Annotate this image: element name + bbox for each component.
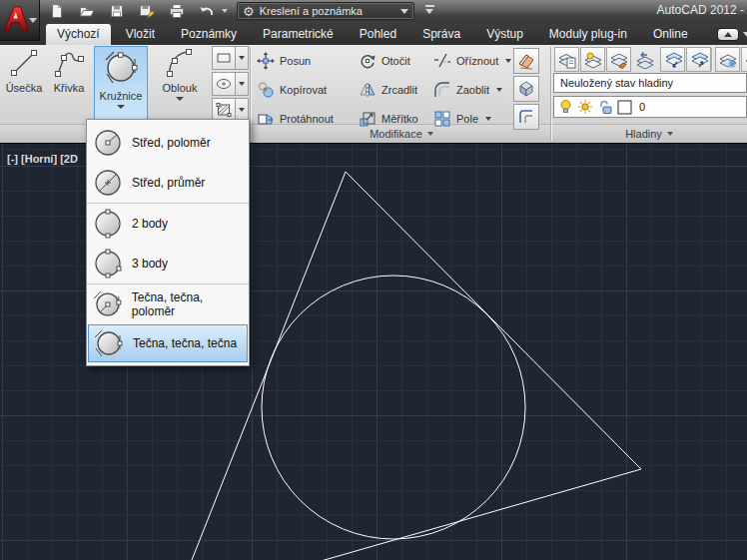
triangle-right-side bbox=[346, 172, 641, 469]
ellipse-button[interactable] bbox=[212, 72, 249, 96]
layer-properties-button[interactable] bbox=[554, 47, 579, 72]
customize-caret-icon bbox=[425, 9, 433, 14]
quick-access-toolbar bbox=[46, 1, 268, 21]
workspace-caret-icon bbox=[400, 9, 408, 14]
save-button[interactable] bbox=[106, 1, 128, 21]
rotate-icon bbox=[359, 52, 376, 70]
array-dropdown-caret[interactable] bbox=[485, 117, 491, 121]
menu-item-tan-tan-radius[interactable]: Tečna, tečna, poloměr bbox=[87, 284, 249, 324]
rotate-button[interactable]: Otočit bbox=[359, 49, 410, 73]
application-menu-button[interactable] bbox=[0, 0, 40, 41]
explode-button[interactable] bbox=[513, 76, 539, 102]
layer-off-button[interactable] bbox=[741, 47, 747, 72]
trim-button[interactable]: Oříznout bbox=[433, 49, 511, 73]
customize-qat-button[interactable] bbox=[423, 5, 435, 17]
layer-isolate-button[interactable] bbox=[660, 47, 685, 72]
ribbon-minimize-control[interactable] bbox=[717, 28, 747, 41]
fillet-dropdown-caret[interactable] bbox=[496, 88, 502, 92]
copy-button[interactable]: Kopírovat bbox=[257, 78, 327, 102]
move-button[interactable]: Posun bbox=[257, 49, 311, 73]
line-button[interactable]: Úsečka bbox=[2, 46, 46, 94]
polyline-label: Křivka bbox=[54, 82, 85, 94]
undo-arrow-icon bbox=[199, 3, 215, 19]
current-layer-name: 0 bbox=[639, 101, 645, 113]
save-as-button[interactable] bbox=[136, 1, 158, 21]
polyline-button[interactable]: Křivka bbox=[47, 46, 91, 94]
trim-dropdown-caret[interactable] bbox=[505, 59, 511, 63]
layer-state-combobox[interactable]: Neuložený stav hladiny bbox=[553, 73, 747, 93]
layer-states-button[interactable] bbox=[580, 47, 605, 72]
polyline-icon bbox=[52, 46, 86, 80]
layer-isolate-icon bbox=[663, 50, 683, 70]
layer-thaw-sun-icon[interactable] bbox=[577, 99, 593, 115]
layer-unlock-icon[interactable] bbox=[597, 99, 613, 115]
layer-color-swatch[interactable] bbox=[617, 100, 632, 115]
move-label: Posun bbox=[280, 55, 311, 67]
menu-item-2-points[interactable]: 2 body bbox=[87, 204, 249, 244]
erase-button[interactable] bbox=[513, 48, 539, 74]
explode-icon bbox=[516, 79, 536, 99]
circle-button[interactable]: Kružnice bbox=[94, 46, 148, 120]
line-icon bbox=[7, 46, 41, 80]
tab-poznamky[interactable]: Poznámky bbox=[170, 24, 248, 45]
fillet-button[interactable]: Zaoblit bbox=[433, 78, 502, 102]
copy-icon bbox=[257, 81, 275, 99]
tab-pohled[interactable]: Pohled bbox=[349, 24, 407, 45]
inscribed-circle bbox=[262, 276, 525, 539]
ellipse-icon bbox=[216, 76, 232, 92]
modify-panel-label[interactable]: Modifikace bbox=[252, 126, 551, 142]
ellipse-dropdown[interactable] bbox=[236, 72, 249, 96]
tab-sprava[interactable]: Správa bbox=[411, 24, 471, 45]
layer-previous-button[interactable] bbox=[632, 47, 657, 72]
window-title: AutoCAD 2012 - bbox=[657, 3, 744, 17]
title-bar: ⚙ Kreslení a poznámka AutoCAD 2012 - bbox=[0, 0, 747, 22]
menu-item-3-points[interactable]: 3 body bbox=[87, 244, 249, 283]
rectangle-dropdown[interactable] bbox=[236, 46, 249, 70]
rotate-label: Otočit bbox=[381, 55, 410, 67]
printer-icon bbox=[169, 3, 185, 19]
layer-unisolate-icon bbox=[689, 50, 709, 70]
plot-button[interactable] bbox=[166, 1, 188, 21]
draw-mini-column bbox=[212, 46, 249, 122]
autocad-logo-icon bbox=[2, 5, 30, 33]
trim-icon bbox=[433, 52, 451, 70]
layers-panel-label[interactable]: Hladiny bbox=[551, 126, 747, 142]
layer-combobox[interactable]: 0 bbox=[553, 96, 747, 118]
viewport-controls[interactable]: [-] [Horní] [2D bbox=[7, 153, 78, 165]
ribbon-minimize-caret bbox=[743, 32, 747, 37]
tab-moduly-plugin[interactable]: Moduly plug-in bbox=[538, 24, 638, 45]
make-layer-current-icon bbox=[609, 50, 629, 70]
center-radius-icon bbox=[92, 127, 124, 159]
menu-item-center-radius[interactable]: Střed, poloměr bbox=[87, 123, 249, 163]
offset-icon bbox=[516, 107, 536, 127]
arc-dropdown-caret[interactable] bbox=[176, 97, 184, 101]
tab-parametricke[interactable]: Parametrické bbox=[252, 24, 345, 45]
undo-button[interactable] bbox=[196, 1, 218, 21]
layer-freeze-button[interactable] bbox=[715, 47, 740, 72]
scale-label: Měřítko bbox=[381, 113, 418, 125]
new-file-button[interactable] bbox=[46, 1, 68, 21]
array-label: Pole bbox=[456, 113, 478, 125]
save-icon bbox=[109, 3, 125, 19]
layer-previous-icon bbox=[635, 50, 655, 70]
layer-properties-icon bbox=[557, 50, 577, 70]
tab-vychozi[interactable]: Výchozí bbox=[46, 24, 111, 45]
layer-on-bulb-icon[interactable] bbox=[558, 99, 573, 115]
mirror-button[interactable]: Zrcadlit bbox=[359, 78, 417, 102]
tab-vystup[interactable]: Výstup bbox=[475, 24, 534, 45]
ribbon-tab-bar: Výchozí Vložit Poznámky Parametrické Poh… bbox=[0, 22, 747, 45]
mirror-label: Zrcadlit bbox=[381, 84, 417, 96]
layer-states-icon bbox=[583, 50, 603, 70]
workspace-switcher[interactable]: ⚙ Kreslení a poznámka bbox=[237, 2, 414, 20]
open-file-button[interactable] bbox=[76, 1, 98, 21]
tab-vlozit[interactable]: Vložit bbox=[115, 24, 166, 45]
circle-dropdown-caret[interactable] bbox=[117, 105, 125, 109]
menu-item-tan-tan-tan[interactable]: Tečna, tečna, tečna bbox=[88, 324, 248, 362]
menu-item-center-diameter[interactable]: Střed, průměr bbox=[87, 163, 249, 203]
rectangle-button[interactable] bbox=[212, 46, 249, 70]
tab-online[interactable]: Online bbox=[642, 24, 699, 45]
make-object-layer-current-button[interactable] bbox=[606, 47, 631, 72]
undo-dropdown-caret[interactable] bbox=[222, 9, 228, 13]
layer-unisolate-button[interactable] bbox=[686, 47, 711, 72]
arc-button[interactable]: Oblouk bbox=[153, 46, 207, 101]
